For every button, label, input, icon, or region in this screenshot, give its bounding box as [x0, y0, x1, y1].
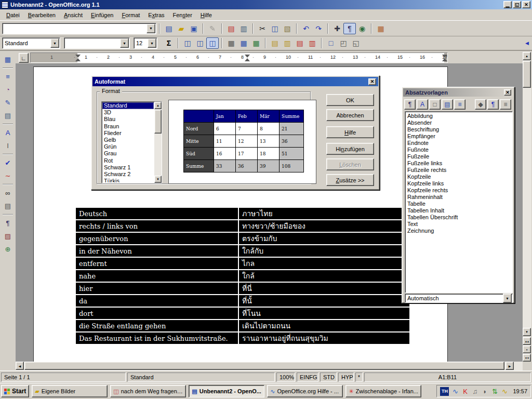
left-margin-marker[interactable]	[75, 55, 81, 61]
table-cell-german[interactable]: die Straße entlang gehen	[75, 320, 238, 332]
numbering-styles-icon[interactable]: ≡	[454, 99, 466, 110]
style-item[interactable]: Fußzeile rechts	[406, 167, 512, 174]
print-icon[interactable]: ▥	[237, 23, 250, 34]
sum-icon[interactable]: Σ	[163, 37, 175, 49]
right-margin-marker[interactable]	[442, 55, 447, 61]
table-cell-thai[interactable]: ไกล	[238, 257, 410, 270]
mouse-settings-icon[interactable]: ◗	[481, 388, 489, 395]
split-cells-vertical-icon[interactable]: ◫	[206, 37, 219, 49]
direct-cursor-icon[interactable]: I	[1, 139, 15, 152]
previous-page-icon[interactable]: ▲▲	[523, 337, 531, 345]
url-combobox[interactable]: ▼	[2, 23, 156, 34]
borders-icon[interactable]: ◰	[337, 37, 350, 49]
menu-datei[interactable]: Datei	[2, 10, 24, 20]
graphics-toggle-icon[interactable]: ▨	[1, 230, 15, 243]
dialog-title-bar[interactable]: Autoformat ✕	[92, 77, 378, 86]
insert-fields-icon[interactable]: ≡	[1, 70, 15, 83]
format-option[interactable]: Rot	[102, 157, 154, 164]
table-cell-thai[interactable]: รานอาหานอยู่ที่ถนนสุขุมวิม	[238, 332, 410, 344]
title-bar[interactable]: Unbenannt2 - OpenOffice.org 1.1 ▁ ◱ ✕	[0, 0, 532, 9]
format-option[interactable]: Türkis	[102, 178, 154, 182]
vertical-scroll-thumb[interactable]	[523, 61, 531, 88]
table-cell-thai[interactable]: ใกล้	[238, 270, 410, 282]
taskbar-task[interactable]: ▤Unbenannt2 - OpenO...	[189, 385, 264, 397]
new-document-icon[interactable]: ▤	[163, 23, 175, 34]
autotext-icon[interactable]: A	[1, 126, 15, 139]
insert-objects-icon[interactable]: ◔	[1, 83, 15, 96]
horizontal-scroll-thumb[interactable]	[24, 362, 504, 370]
new-style-from-selection-icon[interactable]: ¶	[487, 99, 499, 110]
table-cell-german[interactable]: Deutsch	[75, 207, 238, 220]
scroll-up-icon[interactable]: ▲	[523, 52, 531, 60]
scroll-right-icon[interactable]: ▶	[506, 362, 514, 370]
style-item[interactable]: Tabellen Überschrift	[406, 214, 512, 221]
menu-hilfe[interactable]: Hilfe	[196, 10, 216, 20]
style-item[interactable]: Fußzeile	[406, 153, 512, 160]
next-page-icon[interactable]: ▼▼	[523, 354, 531, 362]
size-dropdown-icon[interactable]: ▼	[148, 38, 156, 48]
open-folder-icon[interactable]: ▰	[175, 23, 188, 34]
dialog-close-icon[interactable]: ✕	[368, 78, 376, 85]
hyperlink-icon[interactable]: ◉	[356, 23, 368, 34]
paragraph-style-value[interactable]: Standard	[3, 40, 50, 46]
start-button[interactable]: Start	[1, 385, 29, 397]
ok-button[interactable]: OK	[326, 94, 374, 106]
toolbar-more-icon[interactable]: ◀	[523, 38, 531, 48]
table-cell-thai[interactable]: ที่นี่	[238, 282, 410, 295]
split-cells-icon[interactable]: ◫	[194, 37, 206, 49]
style-filter-combobox[interactable]: Automatisch ▼	[405, 294, 513, 303]
table-cell-thai[interactable]: ใกล้กับ	[238, 245, 410, 257]
cut-icon[interactable]: ✂	[256, 23, 269, 34]
menu-einfügen[interactable]: Einfügen	[87, 10, 117, 20]
insert-table-icon[interactable]: ▦	[1, 53, 15, 66]
list-scroll-thumb[interactable]	[154, 110, 162, 134]
stylist-icon[interactable]: ¶	[343, 23, 356, 34]
style-item[interactable]: Absender	[406, 119, 512, 126]
table-autoformat-icon[interactable]: ▦	[250, 37, 262, 49]
style-item[interactable]: Empfänger	[406, 133, 512, 140]
status-zoom[interactable]: 100%	[276, 373, 295, 382]
style-item[interactable]: Kopfzeile links	[406, 180, 512, 187]
merge-cells-icon[interactable]: ◫	[181, 37, 194, 49]
paragraph-style-combobox[interactable]: Standard ▼	[2, 37, 60, 49]
format-option[interactable]: Standard	[102, 102, 154, 109]
format-option[interactable]: Flieder	[102, 130, 154, 137]
table-cell-german[interactable]: Das Restaurant ist in der Sukhumvitstraß…	[75, 332, 238, 344]
table-cell-german[interactable]: dort	[75, 307, 238, 320]
list-scroll-up-icon[interactable]: ▲	[154, 102, 162, 109]
insert-frame-icon[interactable]: □	[325, 37, 337, 49]
insert-row-icon[interactable]: ▤	[269, 37, 281, 49]
frame-styles-icon[interactable]: □	[429, 99, 441, 110]
restore-button[interactable]: ◱	[513, 1, 521, 8]
volume-icon[interactable]: ♫	[471, 388, 479, 395]
delete-column-icon[interactable]: ▥	[306, 37, 318, 49]
document-table[interactable]: Deutschภาษาไทยrechts / links vonทางขวา/ซ…	[75, 207, 410, 345]
table-cell-german[interactable]: gegenübervon	[75, 232, 238, 245]
format-option[interactable]: Grau	[102, 150, 154, 157]
table-grid-icon[interactable]: ▦	[237, 37, 250, 49]
tablet-icon[interactable]: ∿	[500, 388, 509, 395]
table-cell-german[interactable]: entfernt	[75, 257, 238, 270]
filter-dropdown-icon[interactable]: ▼	[503, 294, 512, 303]
style-item[interactable]: Zeichnung	[406, 228, 512, 234]
table-cell-thai[interactable]: ทางขวา/ซ้ายมือของ	[238, 220, 410, 232]
page-styles-icon[interactable]: ▤	[442, 99, 453, 110]
style-item[interactable]: Fußzeile links	[406, 160, 512, 167]
more-button[interactable]: Zusätze >>	[326, 174, 374, 186]
horizontal-scrollbar[interactable]: ◀ ▶	[16, 362, 523, 370]
navigator-icon[interactable]: ✚	[331, 23, 343, 34]
style-item[interactable]: Endnote	[406, 140, 512, 147]
form-functions-icon[interactable]: ▤	[1, 109, 15, 122]
format-option[interactable]: Schwarz 2	[102, 171, 154, 178]
format-option[interactable]: Braun	[102, 123, 154, 130]
list-scroll-down-icon[interactable]: ▼	[154, 176, 162, 183]
format-option[interactable]: 3D	[102, 109, 154, 116]
menu-ansicht[interactable]: Ansicht	[60, 10, 87, 20]
style-item[interactable]: Tabellen Inhalt	[406, 207, 512, 214]
taskbar-task[interactable]: ◫nach dem Weg fragen ...	[110, 385, 186, 397]
vertical-scrollbar[interactable]: ▲ ▼ ▲▲ ● ▼▼	[523, 52, 531, 362]
font-name-combobox[interactable]: ▼	[64, 37, 130, 49]
save-icon[interactable]: ▣	[188, 23, 200, 34]
character-styles-icon[interactable]: A	[417, 99, 428, 110]
line-style-icon[interactable]: ◱	[350, 37, 362, 49]
